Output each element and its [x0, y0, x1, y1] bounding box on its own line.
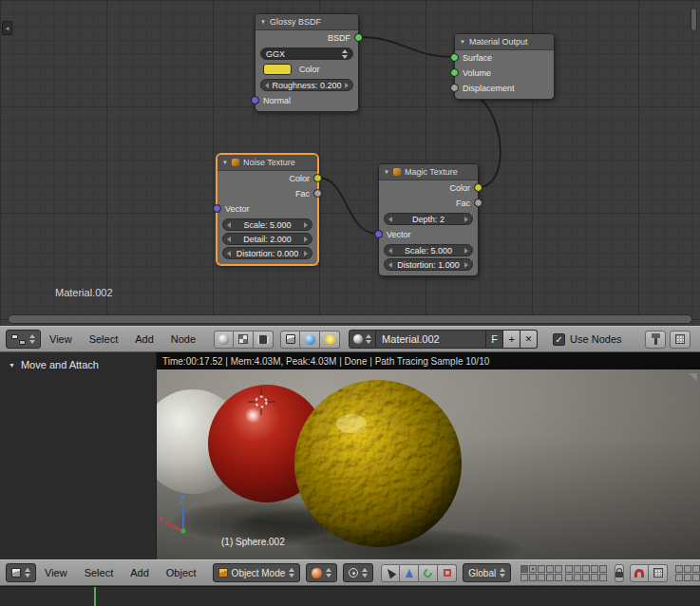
- node-editor-region[interactable]: ▼ Glossy BSDF BSDF GGX Color Roughness: …: [0, 0, 700, 326]
- shader-type-world-button[interactable]: [300, 331, 320, 349]
- shader-type-lamp-button[interactable]: [320, 331, 340, 349]
- playhead[interactable]: [94, 587, 96, 606]
- manipulator-translate-button[interactable]: [400, 564, 419, 582]
- grid-cell[interactable]: [675, 574, 683, 581]
- layer-cell[interactable]: [582, 565, 590, 573]
- layer-cell[interactable]: [599, 565, 607, 573]
- layer-cell[interactable]: [565, 565, 573, 573]
- gold-sphere[interactable]: [293, 378, 464, 549]
- collapse-icon[interactable]: ▼: [260, 19, 266, 25]
- layer-cell[interactable]: [591, 574, 598, 581]
- node-magic-texture[interactable]: ▼ Magic Texture Color Fac Depth: 2 Vecto…: [378, 163, 479, 276]
- grid-cell[interactable]: [675, 565, 683, 573]
- manipulator-rotate-button[interactable]: [419, 564, 438, 582]
- layer-cell[interactable]: [529, 565, 537, 573]
- region-corner-arrow[interactable]: [689, 373, 697, 382]
- scale-field[interactable]: Scale: 5.000: [222, 218, 312, 231]
- socket-vector-input[interactable]: [374, 230, 383, 238]
- layer-cell[interactable]: [565, 574, 573, 581]
- socket-fac-output[interactable]: [474, 199, 482, 207]
- new-material-button[interactable]: +: [503, 330, 520, 349]
- menu-view[interactable]: View: [36, 567, 76, 578]
- collapse-icon[interactable]: ▼: [384, 169, 389, 175]
- fake-user-button[interactable]: F: [486, 330, 503, 349]
- scale-field[interactable]: Scale: 5.000: [384, 244, 473, 256]
- socket-color-output[interactable]: [313, 174, 322, 182]
- grid-cell[interactable]: [692, 565, 700, 573]
- layer-cell[interactable]: [555, 574, 562, 581]
- socket-surface-input[interactable]: [450, 53, 459, 62]
- pin-button[interactable]: [645, 331, 666, 349]
- snap-node-button[interactable]: [670, 331, 691, 349]
- use-nodes-checkbox[interactable]: ✓: [553, 333, 565, 346]
- collapse-icon[interactable]: ▼: [222, 160, 228, 165]
- grid-cell[interactable]: [684, 574, 691, 581]
- layer-cell[interactable]: [599, 574, 607, 581]
- node-header[interactable]: ▼ Glossy BSDF: [255, 14, 358, 30]
- layer-cell[interactable]: [546, 574, 554, 581]
- mode-dropdown[interactable]: Object Mode: [213, 563, 301, 582]
- node-material-output[interactable]: ▼ Material Output Surface Volume Displac…: [454, 33, 555, 100]
- layer-cell[interactable]: [555, 565, 562, 573]
- browse-material-button[interactable]: [349, 330, 376, 349]
- layer-cell[interactable]: [538, 574, 545, 581]
- tree-type-compositing-button[interactable]: [254, 331, 274, 349]
- collapse-icon[interactable]: ▼: [460, 39, 465, 45]
- layer-cell[interactable]: [546, 565, 554, 573]
- timeline-strip[interactable]: [0, 586, 700, 606]
- layer-cell[interactable]: [574, 574, 581, 581]
- tree-type-texture-button[interactable]: [234, 331, 254, 349]
- snap-toggle-button[interactable]: [630, 564, 649, 582]
- node-header[interactable]: ▼ Material Output: [455, 34, 554, 50]
- socket-color-output[interactable]: [474, 183, 482, 192]
- manipulator-toggle-button[interactable]: [381, 564, 400, 582]
- roughness-slider[interactable]: Roughness: 0.200: [260, 79, 353, 91]
- material-name-field[interactable]: Material.002: [376, 330, 486, 349]
- editor-type-button[interactable]: [6, 330, 41, 349]
- menu-add[interactable]: Add: [122, 567, 158, 578]
- render-preview[interactable]: Time:00:17.52 | Mem:4.03M, Peak:4.03M | …: [157, 352, 700, 559]
- menu-select[interactable]: Select: [81, 333, 127, 345]
- layer-cell[interactable]: [582, 574, 590, 581]
- socket-displacement-input[interactable]: [450, 84, 459, 92]
- unlink-material-button[interactable]: ✕: [520, 330, 538, 349]
- layer-cell[interactable]: [520, 565, 528, 573]
- menu-view[interactable]: View: [41, 333, 81, 345]
- layer-cell[interactable]: [520, 574, 528, 581]
- horizontal-scrollbar[interactable]: [8, 314, 692, 324]
- detail-field[interactable]: Detail: 2.000: [222, 233, 312, 245]
- distribution-dropdown[interactable]: GGX: [260, 47, 353, 60]
- pivot-dropdown[interactable]: [343, 563, 373, 582]
- orientation-dropdown[interactable]: Global: [463, 563, 511, 582]
- menu-add[interactable]: Add: [126, 333, 162, 345]
- editor-type-button[interactable]: [6, 563, 36, 582]
- socket-volume-input[interactable]: [450, 68, 459, 77]
- node-header[interactable]: ▼ Magic Texture: [379, 164, 478, 180]
- collapse-icon[interactable]: ▼: [9, 362, 15, 369]
- distortion-field[interactable]: Distortion: 1.000: [384, 258, 473, 271]
- grid-cell[interactable]: [692, 574, 700, 581]
- socket-normal-input[interactable]: [251, 96, 259, 104]
- menu-object[interactable]: Object: [158, 567, 205, 578]
- operator-panel[interactable]: ▼ Move and Attach: [0, 352, 157, 559]
- lock-to-scene-button[interactable]: [615, 564, 624, 582]
- vertical-scrollbar[interactable]: [691, 8, 697, 31]
- region-toggle-arrow[interactable]: ◂: [2, 21, 12, 35]
- socket-bsdf-output[interactable]: [354, 33, 363, 42]
- menu-select[interactable]: Select: [76, 567, 123, 578]
- viewport-shading-dropdown[interactable]: [306, 563, 337, 582]
- layer-cell[interactable]: [538, 565, 545, 573]
- color-swatch[interactable]: [263, 64, 292, 75]
- layer-cell[interactable]: [574, 565, 581, 573]
- socket-fac-output[interactable]: [313, 189, 322, 198]
- manipulator-scale-button[interactable]: [438, 564, 457, 582]
- node-noise-texture[interactable]: ▼ Noise Texture Color Fac Vector Scale: …: [217, 154, 318, 265]
- snap-element-button[interactable]: [649, 564, 668, 582]
- distortion-field[interactable]: Distortion: 0.000: [222, 247, 312, 259]
- menu-node[interactable]: Node: [162, 333, 204, 345]
- layer-cell[interactable]: [529, 574, 537, 581]
- socket-vector-input[interactable]: [213, 204, 221, 213]
- grid-cell[interactable]: [684, 565, 691, 573]
- node-glossy-bsdf[interactable]: ▼ Glossy BSDF BSDF GGX Color Roughness: …: [255, 13, 359, 112]
- node-header[interactable]: ▼ Noise Texture: [218, 155, 317, 171]
